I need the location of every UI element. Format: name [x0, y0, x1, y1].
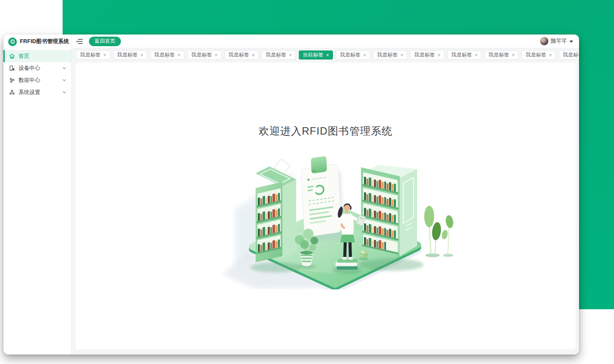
- tab-label: 我是标签: [414, 51, 435, 59]
- sidebar-item-home[interactable]: 首页: [3, 50, 71, 62]
- tab-item[interactable]: 我是标签×: [522, 50, 556, 60]
- tab-item[interactable]: 我是标签×: [262, 50, 296, 60]
- chevron-down-icon: [62, 90, 66, 94]
- settings-nodes-icon: [9, 89, 15, 95]
- tab-item[interactable]: 我是标签×: [113, 50, 147, 60]
- main-column: 返回首页 陈芊芊 我是标签×我是标签×我是标签×我是标签×我是标签×我是标签×当…: [72, 35, 579, 355]
- home-icon: [9, 53, 15, 59]
- tab-item[interactable]: 我是标签×: [76, 50, 110, 60]
- tab-item[interactable]: 我是标签×: [373, 50, 407, 60]
- tab-label: 当前标签: [303, 51, 323, 59]
- close-icon[interactable]: ×: [437, 53, 440, 58]
- chevron-down-icon: [62, 78, 66, 82]
- close-icon[interactable]: ×: [103, 53, 106, 58]
- fold-menu-icon[interactable]: [76, 38, 84, 45]
- tab-item[interactable]: 我是标签×: [559, 50, 579, 60]
- chevron-down-icon: [62, 66, 66, 70]
- app-title: FRFID图书管理系统: [20, 38, 69, 45]
- tab-label: 我是标签: [563, 51, 579, 59]
- tab-label: 我是标签: [191, 51, 212, 59]
- tab-bar: 我是标签×我是标签×我是标签×我是标签×我是标签×我是标签×当前标签×我是标签×…: [72, 48, 579, 62]
- tab-label: 我是标签: [266, 51, 286, 59]
- sidebar-item-label: 数据中心: [19, 77, 40, 84]
- tab-current[interactable]: 当前标签×: [299, 50, 333, 60]
- tab-item[interactable]: 我是标签×: [150, 50, 184, 60]
- tab-label: 我是标签: [525, 51, 546, 59]
- app-window: FRFID图书管理系统 首页 设备中心: [3, 35, 579, 355]
- phone-document: [301, 154, 345, 242]
- tab-label: 我是标签: [451, 51, 472, 59]
- close-icon[interactable]: ×: [289, 53, 292, 58]
- back-home-button[interactable]: 返回首页: [89, 37, 121, 46]
- tab-label: 我是标签: [80, 51, 101, 59]
- topbar: 返回首页 陈芊芊: [72, 35, 579, 48]
- page: FRFID图书管理系统 首页 设备中心: [0, 0, 614, 364]
- close-icon[interactable]: ×: [400, 53, 403, 58]
- tab-label: 我是标签: [154, 51, 175, 59]
- app-logo: FRFID图书管理系统: [3, 35, 71, 49]
- sidebar-item-data[interactable]: 数据中心: [3, 74, 71, 86]
- tab-item[interactable]: 我是标签×: [187, 50, 222, 60]
- tab-item[interactable]: 我是标签×: [447, 50, 481, 60]
- trees: [424, 206, 454, 257]
- book-stack: [335, 259, 358, 270]
- tab-item[interactable]: 我是标签×: [225, 50, 259, 60]
- app-logo-icon: [8, 38, 17, 46]
- close-icon[interactable]: ×: [363, 53, 366, 58]
- welcome-title: 欢迎进入RFID图书管理系统: [259, 124, 392, 138]
- tab-label: 我是标签: [340, 51, 361, 59]
- close-icon[interactable]: ×: [215, 53, 218, 58]
- close-icon[interactable]: ×: [326, 53, 329, 58]
- tab-label: 我是标签: [117, 51, 138, 59]
- sidebar-item-label: 系统设置: [19, 89, 40, 96]
- tab-item[interactable]: 我是标签×: [410, 50, 444, 60]
- sidebar: FRFID图书管理系统 首页 设备中心: [3, 35, 72, 355]
- tab-item[interactable]: 我是标签×: [484, 50, 519, 60]
- close-icon[interactable]: ×: [252, 53, 255, 58]
- sidebar-item-label: 首页: [19, 53, 29, 60]
- sidebar-item-settings[interactable]: 系统设置: [3, 86, 71, 98]
- sidebar-item-label: 设备中心: [19, 65, 40, 72]
- close-icon[interactable]: ×: [177, 53, 180, 58]
- close-icon[interactable]: ×: [140, 53, 143, 58]
- data-nodes-icon: [9, 77, 15, 83]
- close-icon[interactable]: ×: [549, 53, 552, 58]
- close-icon[interactable]: ×: [512, 53, 515, 58]
- tab-label: 我是标签: [488, 51, 509, 59]
- content-panel: 欢迎进入RFID图书管理系统: [76, 63, 576, 349]
- sidebar-menu: 首页 设备中心 数据中心: [3, 49, 71, 98]
- tab-label: 我是标签: [228, 51, 249, 59]
- close-icon[interactable]: ×: [475, 53, 478, 58]
- user-avatar-photo[interactable]: [540, 37, 548, 45]
- user-name: 陈芊芊: [551, 38, 567, 45]
- tab-label: 我是标签: [377, 51, 398, 59]
- user-menu[interactable]: 陈芊芊: [540, 37, 573, 45]
- caret-down-icon: [570, 41, 573, 43]
- tab-item[interactable]: 我是标签×: [336, 50, 370, 60]
- devices-icon: [9, 65, 15, 71]
- isometric-library-illustration: [192, 141, 459, 289]
- sidebar-item-devices[interactable]: 设备中心: [3, 62, 71, 74]
